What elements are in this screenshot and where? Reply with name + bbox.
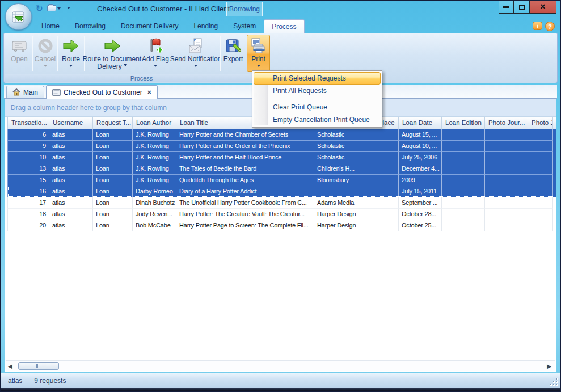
table-cell: 9 <box>7 141 49 152</box>
tab-label: Main <box>23 88 38 96</box>
table-cell: Harry Potter Page to Screen: The Complet… <box>176 220 314 231</box>
table-cell: Bob McCabe <box>133 220 176 231</box>
qat-customize-button[interactable] <box>67 6 71 11</box>
table-cell <box>485 220 528 231</box>
column-header[interactable]: Transactio... <box>7 117 49 129</box>
table-cell: July 25, 2006 <box>399 152 442 163</box>
minimize-button[interactable] <box>499 1 514 14</box>
table-cell: Harper Design <box>314 220 358 231</box>
table-cell: 2009 <box>399 175 442 186</box>
table-cell <box>442 152 485 163</box>
table-row[interactable]: 9atlasLoanJ.K. RowlingHarry Potter and t… <box>7 141 556 152</box>
table-cell: atlas <box>49 220 93 231</box>
table-cell <box>358 163 399 175</box>
open-button[interactable]: Open <box>7 35 32 72</box>
divider <box>171 36 171 71</box>
tab-main[interactable]: Main <box>6 86 44 98</box>
tab-label: Checked Out to Customer <box>64 88 142 96</box>
table-row[interactable]: 16atlasLoanDarby RomeoDiary of a Harry P… <box>7 186 556 197</box>
menu-item-print-all-requests[interactable]: Print All Requests <box>254 85 381 97</box>
column-header[interactable]: Photo Jour... <box>485 117 528 129</box>
send-notification-button[interactable]: Send Notification <box>172 35 220 72</box>
table-row[interactable]: 10atlasLoanJ.K. RowlingHarry Potter and … <box>7 152 556 163</box>
table-row[interactable]: 17atlasLoanDinah BuchotzThe Unofficial H… <box>7 197 556 209</box>
scroll-left-icon[interactable]: ◀ <box>6 361 15 372</box>
divider <box>57 36 58 71</box>
table-cell <box>528 197 553 209</box>
column-header[interactable]: Loan Edition <box>442 117 485 129</box>
table-row[interactable]: 20atlasLoanBob McCabeHarry Potter Page t… <box>7 220 556 231</box>
table-cell: Harry Potter: The Creature Vault: The Cr… <box>176 209 314 220</box>
column-header[interactable]: Photo Jo <box>528 117 553 129</box>
table-cell: Harry Potter and the Half-Blood Prince <box>176 152 314 163</box>
tab-lending[interactable]: Lending <box>186 19 225 33</box>
horizontal-scrollbar[interactable]: ◀ ▶ <box>6 360 555 371</box>
resize-grip-icon[interactable] <box>550 378 558 386</box>
about-icon[interactable]: i <box>533 22 542 30</box>
column-header[interactable]: Request T... <box>93 117 133 129</box>
maximize-button[interactable] <box>514 1 529 14</box>
route-to-document-delivery-button[interactable]: Route to Document Delivery <box>85 35 139 72</box>
column-header[interactable]: Loan Author <box>133 117 176 129</box>
table-row[interactable]: 13atlasLoanJ.K. RowlingThe Tales of Beed… <box>7 163 556 175</box>
table-cell <box>442 129 485 141</box>
tab-system[interactable]: System <box>226 19 263 33</box>
new-form-button[interactable] <box>47 5 61 11</box>
add-flag-button[interactable]: Add Flag <box>141 35 170 72</box>
table-cell <box>358 175 399 186</box>
scroll-right-icon[interactable]: ▶ <box>545 361 554 372</box>
table-cell: J.K. Rowling <box>133 163 176 175</box>
menu-item-empty-cancellation-print-queue[interactable]: Empty Cancellation Print Queue <box>254 113 381 126</box>
print-button[interactable]: Print <box>247 35 270 72</box>
table-cell: Loan <box>93 141 133 152</box>
home-icon <box>12 88 20 96</box>
close-tab-icon[interactable]: × <box>147 89 151 96</box>
menu-item-print-selected-requests[interactable]: Print Selected Requests <box>254 72 381 85</box>
ribbon-tab-bar: Home Borrowing Document Delivery Lending… <box>1 17 560 33</box>
export-button[interactable]: Export <box>221 35 245 72</box>
chevron-down-icon <box>154 65 157 69</box>
tab-process[interactable]: Process <box>264 19 304 33</box>
table-cell <box>442 197 485 209</box>
table-cell: atlas <box>49 209 93 220</box>
chevron-down-icon <box>67 7 70 11</box>
table-row[interactable]: 6atlasLoanJ.K. RowlingHarry Potter and t… <box>7 129 556 141</box>
tab-borrowing[interactable]: Borrowing <box>68 19 113 33</box>
table-cell: Loan <box>93 129 133 141</box>
table-cell: Quidditch Through the Ages <box>176 175 314 186</box>
sync-button[interactable]: ↻ <box>36 4 43 12</box>
table-row[interactable]: 18atlasLoanJody Reven...Harry Potter: Th… <box>7 209 556 220</box>
flag-plus-icon <box>146 36 165 56</box>
table-cell: 10 <box>7 152 49 163</box>
window-bottom-edge <box>1 388 560 391</box>
tab-document-delivery[interactable]: Document Delivery <box>113 19 185 33</box>
divider <box>220 36 221 71</box>
application-menu-button[interactable] <box>5 3 32 30</box>
scrollbar-thumb[interactable] <box>18 362 59 370</box>
table-cell <box>528 163 553 175</box>
table-cell <box>485 186 528 197</box>
close-button[interactable]: × <box>529 1 556 14</box>
tab-checked-out-to-customer[interactable]: Checked Out to Customer × <box>46 85 158 99</box>
column-header[interactable]: Loan Date <box>399 117 442 129</box>
help-icon[interactable]: ? <box>545 22 555 31</box>
column-header[interactable]: Username <box>49 117 93 129</box>
ribbon-help-area: i ? <box>533 22 555 31</box>
close-icon: × <box>540 2 545 11</box>
table-cell <box>485 129 528 141</box>
menu-item-clear-print-queue[interactable]: Clear Print Queue <box>254 101 381 113</box>
route-button[interactable]: Route <box>58 35 83 72</box>
table-row[interactable]: 15atlasLoanJ.K. RowlingQuidditch Through… <box>7 175 556 186</box>
table-cell: 20 <box>7 220 49 231</box>
table-cell <box>485 175 528 186</box>
cancel-button[interactable]: Cancel <box>33 35 57 72</box>
divider <box>246 36 246 71</box>
status-user: atlas <box>8 377 22 385</box>
table-cell: atlas <box>49 175 93 186</box>
tab-home[interactable]: Home <box>34 19 67 33</box>
chevron-down-icon <box>57 7 61 11</box>
table-cell: 17 <box>7 197 49 209</box>
table-cell: 15 <box>7 175 49 186</box>
table-cell: Harper Design <box>314 209 358 220</box>
table-cell <box>358 220 399 231</box>
